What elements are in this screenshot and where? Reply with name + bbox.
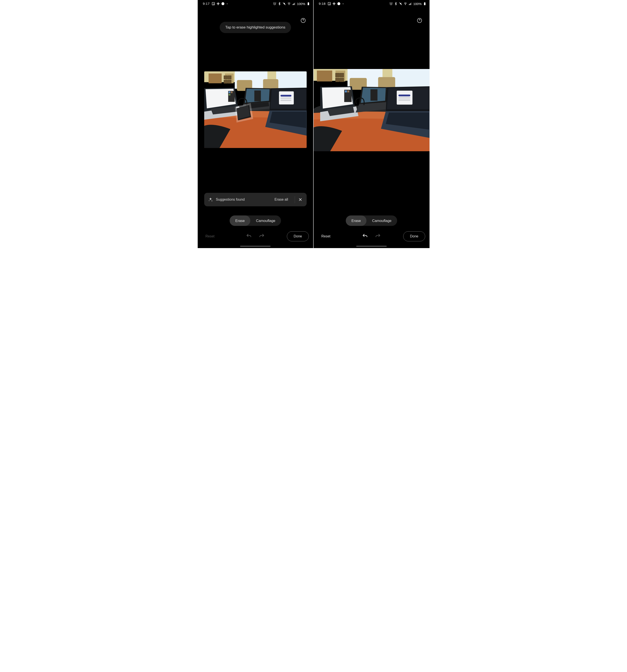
wifi-icon [287, 2, 291, 5]
help-button[interactable] [301, 18, 306, 23]
svg-rect-75 [340, 73, 344, 77]
banner-close-button[interactable] [298, 197, 303, 202]
camouflage-mode-tab[interactable]: Camouflage [250, 215, 281, 226]
status-bar: 9:17 [198, 0, 313, 7]
svg-rect-38 [254, 91, 261, 101]
status-right: 100% [273, 2, 310, 6]
notification-dot-icon [343, 3, 344, 4]
slack-icon [332, 2, 336, 5]
svg-point-1 [213, 3, 213, 3]
svg-rect-18 [208, 74, 222, 83]
tooltip-hint: Tap to erase highlighted suggestions [220, 22, 291, 33]
clock-time: 9:18 [319, 2, 326, 6]
svg-rect-86 [347, 90, 349, 92]
vibrate-mute-icon [399, 2, 402, 5]
sparkle-icon [208, 197, 213, 202]
gesture-bar[interactable] [240, 246, 271, 247]
redo-button[interactable] [375, 233, 381, 240]
status-bar: 9:18 [314, 0, 429, 7]
gallery-icon [328, 2, 331, 5]
svg-rect-0 [212, 2, 215, 5]
slack-icon [217, 2, 220, 5]
reset-button[interactable]: Reset [202, 232, 218, 240]
clock-time: 9:17 [203, 2, 210, 6]
svg-rect-65 [411, 3, 411, 5]
svg-rect-58 [337, 2, 340, 5]
screen-left: 9:17 [198, 0, 314, 248]
undo-button[interactable] [246, 233, 252, 240]
svg-rect-12 [294, 3, 295, 5]
banner-text: Suggestions found [216, 198, 268, 201]
alarm-icon [389, 2, 393, 5]
svg-rect-67 [424, 2, 425, 3]
status-right: 100% [389, 2, 426, 6]
bottom-bar: Reset Done [202, 231, 309, 242]
done-button[interactable]: Done [403, 231, 425, 241]
svg-rect-25 [228, 80, 231, 83]
screen-right: 9:18 [314, 0, 429, 248]
svg-rect-44 [280, 95, 291, 97]
svg-rect-15 [308, 2, 309, 3]
svg-rect-14 [307, 3, 309, 5]
status-left: 9:18 [319, 2, 344, 6]
svg-rect-70 [317, 71, 332, 81]
svg-line-8 [283, 2, 285, 5]
svg-rect-96 [398, 99, 410, 101]
redo-button[interactable] [259, 233, 265, 240]
help-button[interactable] [417, 18, 422, 23]
banner-divider [295, 196, 295, 203]
tooltip-text: Tap to erase highlighted suggestions [225, 25, 285, 29]
battery-full-icon [423, 2, 426, 5]
reset-button[interactable]: Reset [318, 232, 334, 240]
signal-icon [292, 2, 296, 5]
svg-rect-62 [409, 4, 409, 5]
svg-rect-22 [224, 76, 227, 79]
svg-rect-89 [370, 89, 377, 100]
alarm-icon [273, 2, 276, 5]
svg-rect-64 [410, 3, 411, 5]
bluetooth-icon [278, 2, 281, 5]
signal-icon [408, 2, 412, 5]
svg-rect-5 [218, 3, 220, 4]
photo-canvas[interactable] [314, 69, 429, 151]
wear-icon [221, 2, 225, 5]
undo-button[interactable] [362, 233, 368, 240]
battery-percent: 100% [413, 2, 422, 6]
suggestions-banner: Suggestions found Erase all [204, 193, 307, 206]
svg-line-60 [399, 2, 402, 5]
bottom-bar: Reset Done [318, 231, 425, 242]
mode-segment: Erase Camouflage [230, 215, 281, 226]
battery-full-icon [307, 2, 310, 5]
svg-rect-10 [293, 4, 293, 5]
gesture-bar[interactable] [356, 246, 387, 247]
svg-rect-95 [398, 97, 410, 99]
photo-canvas[interactable] [204, 71, 307, 148]
svg-rect-63 [409, 4, 410, 5]
wear-icon [337, 2, 341, 5]
vibrate-mute-icon [282, 2, 286, 5]
svg-rect-52 [328, 2, 331, 5]
erase-mode-tab[interactable]: Erase [346, 215, 367, 226]
erase-all-button[interactable]: Erase all [271, 198, 292, 201]
erase-mode-tab[interactable]: Erase [230, 215, 250, 226]
svg-rect-74 [335, 73, 339, 77]
undo-redo-group [246, 233, 265, 240]
svg-rect-85 [345, 90, 347, 92]
gallery-icon [211, 2, 215, 5]
undo-redo-group [362, 233, 381, 240]
svg-rect-57 [334, 3, 335, 4]
svg-rect-33 [229, 91, 230, 93]
svg-rect-35 [229, 94, 230, 96]
svg-rect-6 [221, 2, 224, 5]
wifi-icon [404, 2, 407, 5]
camouflage-mode-tab[interactable]: Camouflage [367, 215, 397, 226]
svg-point-53 [329, 3, 329, 3]
svg-rect-45 [280, 97, 291, 99]
done-button[interactable]: Done [287, 231, 309, 241]
svg-rect-77 [340, 78, 344, 82]
bluetooth-icon [394, 2, 398, 5]
svg-rect-34 [231, 91, 232, 93]
svg-rect-66 [424, 3, 425, 5]
battery-percent: 100% [297, 2, 305, 6]
svg-rect-76 [335, 78, 339, 82]
